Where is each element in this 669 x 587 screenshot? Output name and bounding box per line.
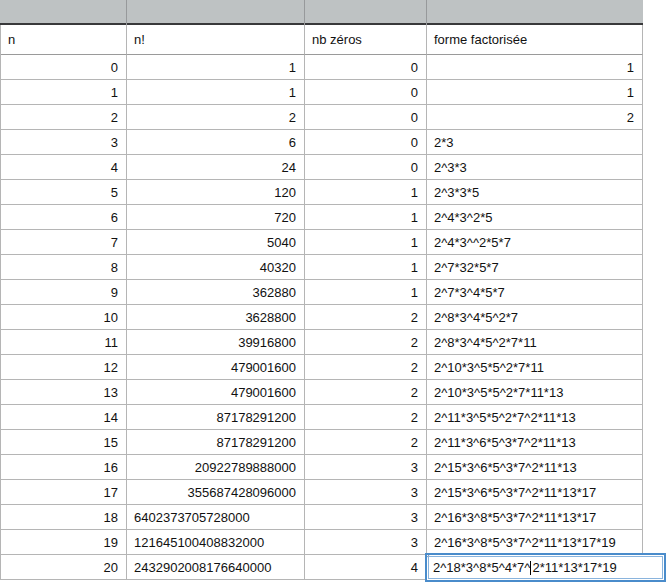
column-divider xyxy=(426,0,427,25)
cell-factorial[interactable]: 2432902008176640000 xyxy=(127,555,305,580)
cell-forme[interactable]: 2^11*3^5*5^2*7^2*11*13 xyxy=(427,405,643,430)
cell-factorial[interactable]: 6 xyxy=(127,130,305,155)
cell-factorial[interactable]: 479001600 xyxy=(127,355,305,380)
cell-nb-zeros[interactable]: 1 xyxy=(305,205,427,230)
cell-factorial[interactable]: 362880 xyxy=(127,280,305,305)
cell-nb-zeros[interactable]: 3 xyxy=(305,530,427,555)
cell-n[interactable]: 1 xyxy=(1,80,127,105)
cell-forme[interactable]: 2^7*3^4*5*7 xyxy=(427,280,643,305)
cell-forme[interactable]: 1 xyxy=(427,80,643,105)
cell-nb-zeros[interactable]: 3 xyxy=(305,455,427,480)
selection-handle-icon[interactable] xyxy=(425,553,430,558)
cell-nb-zeros[interactable]: 2 xyxy=(305,380,427,405)
cell-n[interactable]: 13 xyxy=(1,380,127,405)
cell-n[interactable]: 14 xyxy=(1,405,127,430)
cell-n[interactable]: 8 xyxy=(1,255,127,280)
cell-factorial[interactable]: 2 xyxy=(127,105,305,130)
cell-nb-zeros[interactable]: 0 xyxy=(305,130,427,155)
cell-forme[interactable]: 2^15*3^6*5^3*7^2*11*13 xyxy=(427,455,643,480)
cell-factorial[interactable]: 479001600 xyxy=(127,380,305,405)
column-divider xyxy=(126,0,127,25)
cell-forme[interactable]: 2^8*3^4*5^2*7*11 xyxy=(427,330,643,355)
cell-factorial[interactable]: 120 xyxy=(127,180,305,205)
cell-nb-zeros[interactable]: 2 xyxy=(305,405,427,430)
cell-nb-zeros[interactable]: 3 xyxy=(305,505,427,530)
cell-nb-zeros[interactable]: 0 xyxy=(305,55,427,80)
cell-n[interactable]: 7 xyxy=(1,230,127,255)
cell-forme[interactable]: 2^10*3^5*5^2*7*11 xyxy=(427,355,643,380)
table-row: 1912164510040883200032^16*3^8*5^3*7^2*11… xyxy=(1,530,643,555)
cell-forme[interactable]: 2^7*32*5*7 xyxy=(427,255,643,280)
edit-text-after-caret: 2*11*13*17*19 xyxy=(532,560,616,575)
cell-nb-zeros[interactable]: 0 xyxy=(305,105,427,130)
header-nb-zeros[interactable]: nb zéros xyxy=(305,25,427,55)
cell-n[interactable]: 15 xyxy=(1,430,127,455)
cell-forme[interactable]: 2^3*3 xyxy=(427,155,643,180)
cell-forme[interactable]: 2^15*3^6*5^3*7^2*11*13*17 xyxy=(427,480,643,505)
header-n[interactable]: n xyxy=(1,25,127,55)
table-grid: n n! nb zéros forme factorisée 010111012… xyxy=(0,25,643,580)
cell-n[interactable]: 12 xyxy=(1,355,127,380)
cell-nb-zeros[interactable]: 4 xyxy=(305,555,427,580)
cell-n[interactable]: 2 xyxy=(1,105,127,130)
cell-factorial[interactable]: 1 xyxy=(127,80,305,105)
cell-factorial[interactable]: 39916800 xyxy=(127,330,305,355)
table-row: 10362880022^8*3^4*5^2*7 xyxy=(1,305,643,330)
cell-n[interactable]: 11 xyxy=(1,330,127,355)
cell-factorial[interactable]: 1 xyxy=(127,55,305,80)
cell-nb-zeros[interactable]: 2 xyxy=(305,305,427,330)
cell-nb-zeros[interactable]: 1 xyxy=(305,255,427,280)
cell-n[interactable]: 5 xyxy=(1,180,127,205)
cell-n[interactable]: 3 xyxy=(1,130,127,155)
cell-n[interactable]: 17 xyxy=(1,480,127,505)
table-row: 7504012^4*3^^2*5*7 xyxy=(1,230,643,255)
cell-factorial[interactable]: 121645100408832000 xyxy=(127,530,305,555)
cell-n[interactable]: 0 xyxy=(1,55,127,80)
cell-forme[interactable]: 1 xyxy=(427,55,643,80)
cell-n[interactable]: 19 xyxy=(1,530,127,555)
cell-factorial[interactable]: 87178291200 xyxy=(127,405,305,430)
cell-n[interactable]: 18 xyxy=(1,505,127,530)
cell-nb-zeros[interactable]: 2 xyxy=(305,355,427,380)
cell-forme[interactable]: 2*3 xyxy=(427,130,643,155)
column-header-band[interactable] xyxy=(0,0,643,25)
cell-n[interactable]: 6 xyxy=(1,205,127,230)
cell-forme[interactable]: 2^11*3^6*5^3*7^2*11*13 xyxy=(427,430,643,455)
cell-nb-zeros[interactable]: 0 xyxy=(305,155,427,180)
cell-factorial[interactable]: 720 xyxy=(127,205,305,230)
cell-n[interactable]: 4 xyxy=(1,155,127,180)
cell-forme[interactable]: 2^16*3^8*5^3*7^2*11*13*17*19 xyxy=(427,530,643,555)
cell-factorial[interactable]: 24 xyxy=(127,155,305,180)
cell-nb-zeros[interactable]: 1 xyxy=(305,280,427,305)
cell-n[interactable]: 10 xyxy=(1,305,127,330)
table-row: 148717829120022^11*3^5*5^2*7^2*11*13 xyxy=(1,405,643,430)
cell-forme[interactable]: 2 xyxy=(427,105,643,130)
cell-factorial[interactable]: 5040 xyxy=(127,230,305,255)
cell-n[interactable]: 9 xyxy=(1,280,127,305)
cell-forme[interactable]: 2^3*3*5 xyxy=(427,180,643,205)
table-row: 1101 xyxy=(1,80,643,105)
cell-factorial[interactable]: 355687428096000 xyxy=(127,480,305,505)
cell-factorial[interactable]: 87178291200 xyxy=(127,430,305,455)
cell-forme[interactable]: 2^4*3^2*5 xyxy=(427,205,643,230)
cell-nb-zeros[interactable]: 0 xyxy=(305,80,427,105)
cell-n[interactable]: 16 xyxy=(1,455,127,480)
cell-nb-zeros[interactable]: 1 xyxy=(305,230,427,255)
cell-factorial[interactable]: 40320 xyxy=(127,255,305,280)
cell-factorial[interactable]: 6402373705728000 xyxy=(127,505,305,530)
cell-forme[interactable]: 2^8*3^4*5^2*7 xyxy=(427,305,643,330)
cell-forme[interactable]: 2^16*3^8*5^3*7^2*11*13*17 xyxy=(427,505,643,530)
cell-nb-zeros[interactable]: 2 xyxy=(305,330,427,355)
cell-nb-zeros[interactable]: 3 xyxy=(305,480,427,505)
cell-factorial[interactable]: 3628800 xyxy=(127,305,305,330)
cell-forme[interactable]: 2^4*3^^2*5*7 xyxy=(427,230,643,255)
cell-nb-zeros[interactable]: 2 xyxy=(305,430,427,455)
header-factorial[interactable]: n! xyxy=(127,25,305,55)
cell-forme[interactable]: 2^10*3^5*5^2*7*11*13 xyxy=(427,380,643,405)
cell-n[interactable]: 20 xyxy=(1,555,127,580)
cell-nb-zeros[interactable]: 1 xyxy=(305,180,427,205)
cell-factorial[interactable]: 20922789888000 xyxy=(127,455,305,480)
active-cell-editor[interactable]: 2^18*3^8*5^4*7^ 2*11*13*17*19 xyxy=(425,553,666,582)
header-forme-factorisee[interactable]: forme factorisée xyxy=(427,25,643,55)
table-row: 1347900160022^10*3^5*5^2*7*11*13 xyxy=(1,380,643,405)
